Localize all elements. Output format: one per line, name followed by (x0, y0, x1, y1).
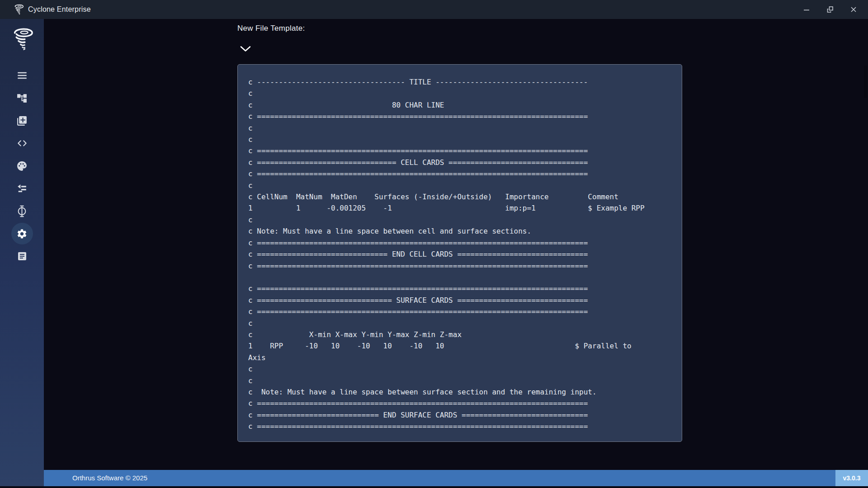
window-controls (795, 0, 865, 19)
low-priority-icon (16, 183, 28, 194)
settings-gear-icon (16, 228, 28, 239)
lens-axis-icon (16, 205, 28, 217)
sidebar-item-menu[interactable] (11, 65, 33, 86)
palette-icon (16, 160, 28, 172)
close-icon (850, 6, 857, 13)
document-icon (17, 251, 28, 262)
new-file-icon (16, 115, 28, 127)
sidebar-item-code[interactable] (11, 132, 33, 154)
maximize-restore-button[interactable] (818, 0, 842, 19)
sidebar-nav (0, 65, 44, 267)
template-dropdown-toggle[interactable] (238, 43, 253, 54)
sidebar-item-new-file[interactable] (11, 110, 33, 131)
template-code-card: c ---------------------------------- TIT… (237, 64, 682, 442)
sidebar-item-document[interactable] (11, 245, 33, 267)
sidebar-item-lens-axis[interactable] (11, 200, 33, 222)
tornado-logo (9, 26, 35, 52)
page-title: New File Template: (237, 24, 305, 33)
sidebar-item-hierarchy[interactable] (11, 87, 33, 109)
maximize-restore-icon (826, 5, 834, 14)
template-code: c ---------------------------------- TIT… (248, 76, 674, 432)
sidebar-item-settings[interactable] (11, 223, 33, 244)
app-window: { "titlebar": { "title": "Cyclone Enterp… (0, 0, 868, 488)
sidebar-item-low-priority[interactable] (11, 178, 33, 199)
minimize-icon (803, 6, 810, 13)
chevron-down-icon (240, 45, 251, 52)
minimize-button[interactable] (795, 0, 818, 19)
tornado-logo-icon (13, 4, 24, 15)
copyright-text: Orthrus Software © 2025 (72, 470, 147, 486)
app-title: Cyclone Enterprise (28, 5, 91, 14)
footer-statusbar: Orthrus Software © 2025 v3.0.3 (44, 470, 868, 486)
menu-icon (16, 70, 28, 81)
code-icon (16, 137, 28, 149)
close-button[interactable] (842, 0, 865, 19)
hierarchy-icon (16, 93, 28, 104)
sidebar-item-palette[interactable] (11, 155, 33, 177)
titlebar: Cyclone Enterprise (0, 0, 868, 19)
scrollbar-thumb[interactable] (864, 66, 867, 98)
sidebar (0, 19, 44, 486)
version-badge: v3.0.3 (835, 470, 868, 486)
